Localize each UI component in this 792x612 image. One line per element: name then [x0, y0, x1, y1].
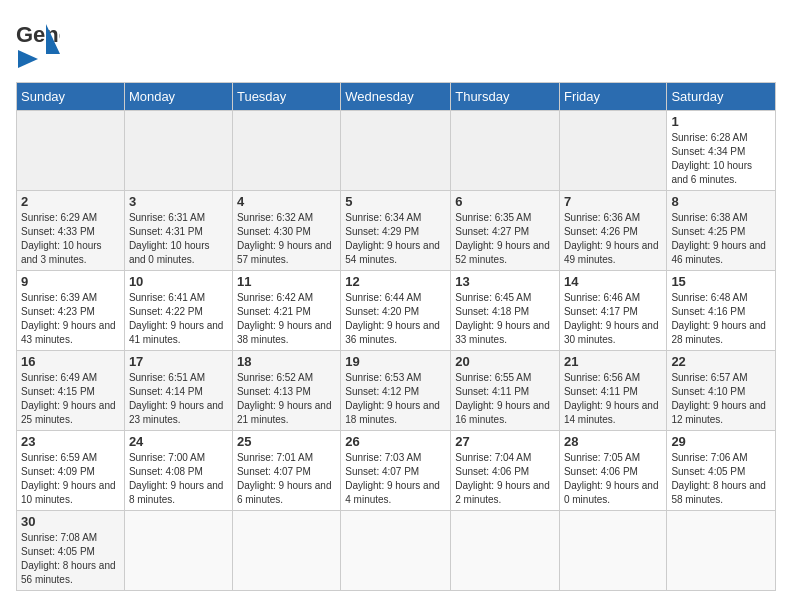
day-number: 20 [455, 354, 555, 369]
logo-icon: General [16, 16, 60, 54]
calendar-cell: 4Sunrise: 6:32 AM Sunset: 4:30 PM Daylig… [232, 191, 340, 271]
day-info: Sunrise: 6:52 AM Sunset: 4:13 PM Dayligh… [237, 371, 336, 427]
logo-triangle-icon [18, 50, 38, 68]
calendar-cell: 15Sunrise: 6:48 AM Sunset: 4:16 PM Dayli… [667, 271, 776, 351]
calendar-cell: 28Sunrise: 7:05 AM Sunset: 4:06 PM Dayli… [559, 431, 666, 511]
day-number: 27 [455, 434, 555, 449]
day-info: Sunrise: 6:39 AM Sunset: 4:23 PM Dayligh… [21, 291, 120, 347]
day-info: Sunrise: 6:44 AM Sunset: 4:20 PM Dayligh… [345, 291, 446, 347]
calendar-cell: 7Sunrise: 6:36 AM Sunset: 4:26 PM Daylig… [559, 191, 666, 271]
calendar-week-row: 16Sunrise: 6:49 AM Sunset: 4:15 PM Dayli… [17, 351, 776, 431]
day-number: 25 [237, 434, 336, 449]
day-info: Sunrise: 6:42 AM Sunset: 4:21 PM Dayligh… [237, 291, 336, 347]
calendar-cell [451, 111, 560, 191]
weekday-header: Saturday [667, 83, 776, 111]
calendar-cell [124, 111, 232, 191]
day-number: 24 [129, 434, 228, 449]
day-number: 8 [671, 194, 771, 209]
logo-text [16, 50, 38, 72]
header: General [16, 16, 776, 72]
day-info: Sunrise: 7:06 AM Sunset: 4:05 PM Dayligh… [671, 451, 771, 507]
day-number: 7 [564, 194, 662, 209]
calendar-cell: 26Sunrise: 7:03 AM Sunset: 4:07 PM Dayli… [341, 431, 451, 511]
calendar-table: SundayMondayTuesdayWednesdayThursdayFrid… [16, 82, 776, 591]
day-info: Sunrise: 6:32 AM Sunset: 4:30 PM Dayligh… [237, 211, 336, 267]
calendar-cell: 25Sunrise: 7:01 AM Sunset: 4:07 PM Dayli… [232, 431, 340, 511]
calendar-cell: 5Sunrise: 6:34 AM Sunset: 4:29 PM Daylig… [341, 191, 451, 271]
calendar-cell: 8Sunrise: 6:38 AM Sunset: 4:25 PM Daylig… [667, 191, 776, 271]
calendar-week-row: 23Sunrise: 6:59 AM Sunset: 4:09 PM Dayli… [17, 431, 776, 511]
calendar-cell: 12Sunrise: 6:44 AM Sunset: 4:20 PM Dayli… [341, 271, 451, 351]
day-info: Sunrise: 6:49 AM Sunset: 4:15 PM Dayligh… [21, 371, 120, 427]
calendar-cell: 22Sunrise: 6:57 AM Sunset: 4:10 PM Dayli… [667, 351, 776, 431]
day-info: Sunrise: 7:04 AM Sunset: 4:06 PM Dayligh… [455, 451, 555, 507]
calendar-cell: 20Sunrise: 6:55 AM Sunset: 4:11 PM Dayli… [451, 351, 560, 431]
day-info: Sunrise: 6:55 AM Sunset: 4:11 PM Dayligh… [455, 371, 555, 427]
day-info: Sunrise: 6:36 AM Sunset: 4:26 PM Dayligh… [564, 211, 662, 267]
weekday-header: Tuesday [232, 83, 340, 111]
calendar-cell: 11Sunrise: 6:42 AM Sunset: 4:21 PM Dayli… [232, 271, 340, 351]
logo-wrapper: General [16, 16, 60, 54]
calendar-cell [341, 511, 451, 591]
day-number: 1 [671, 114, 771, 129]
calendar-cell: 23Sunrise: 6:59 AM Sunset: 4:09 PM Dayli… [17, 431, 125, 511]
calendar-header-row: SundayMondayTuesdayWednesdayThursdayFrid… [17, 83, 776, 111]
calendar-cell: 2Sunrise: 6:29 AM Sunset: 4:33 PM Daylig… [17, 191, 125, 271]
calendar-week-row: 9Sunrise: 6:39 AM Sunset: 4:23 PM Daylig… [17, 271, 776, 351]
svg-marker-2 [18, 50, 38, 68]
day-info: Sunrise: 6:28 AM Sunset: 4:34 PM Dayligh… [671, 131, 771, 187]
day-number: 17 [129, 354, 228, 369]
day-number: 29 [671, 434, 771, 449]
day-number: 30 [21, 514, 120, 529]
calendar-cell: 27Sunrise: 7:04 AM Sunset: 4:06 PM Dayli… [451, 431, 560, 511]
calendar-cell [559, 111, 666, 191]
calendar-cell: 24Sunrise: 7:00 AM Sunset: 4:08 PM Dayli… [124, 431, 232, 511]
day-number: 11 [237, 274, 336, 289]
day-info: Sunrise: 6:56 AM Sunset: 4:11 PM Dayligh… [564, 371, 662, 427]
day-info: Sunrise: 6:34 AM Sunset: 4:29 PM Dayligh… [345, 211, 446, 267]
calendar-cell [232, 511, 340, 591]
calendar-cell: 14Sunrise: 6:46 AM Sunset: 4:17 PM Dayli… [559, 271, 666, 351]
calendar-cell [451, 511, 560, 591]
day-number: 26 [345, 434, 446, 449]
weekday-header: Sunday [17, 83, 125, 111]
day-info: Sunrise: 7:00 AM Sunset: 4:08 PM Dayligh… [129, 451, 228, 507]
day-number: 23 [21, 434, 120, 449]
calendar-week-row: 2Sunrise: 6:29 AM Sunset: 4:33 PM Daylig… [17, 191, 776, 271]
day-number: 9 [21, 274, 120, 289]
calendar-cell [17, 111, 125, 191]
calendar-cell: 10Sunrise: 6:41 AM Sunset: 4:22 PM Dayli… [124, 271, 232, 351]
calendar-cell: 3Sunrise: 6:31 AM Sunset: 4:31 PM Daylig… [124, 191, 232, 271]
day-info: Sunrise: 6:45 AM Sunset: 4:18 PM Dayligh… [455, 291, 555, 347]
day-number: 16 [21, 354, 120, 369]
day-info: Sunrise: 7:05 AM Sunset: 4:06 PM Dayligh… [564, 451, 662, 507]
calendar-cell: 21Sunrise: 6:56 AM Sunset: 4:11 PM Dayli… [559, 351, 666, 431]
weekday-header: Friday [559, 83, 666, 111]
calendar-week-row: 1Sunrise: 6:28 AM Sunset: 4:34 PM Daylig… [17, 111, 776, 191]
calendar-cell: 18Sunrise: 6:52 AM Sunset: 4:13 PM Dayli… [232, 351, 340, 431]
day-number: 15 [671, 274, 771, 289]
day-info: Sunrise: 6:41 AM Sunset: 4:22 PM Dayligh… [129, 291, 228, 347]
calendar-cell: 6Sunrise: 6:35 AM Sunset: 4:27 PM Daylig… [451, 191, 560, 271]
day-number: 14 [564, 274, 662, 289]
day-number: 13 [455, 274, 555, 289]
weekday-header: Wednesday [341, 83, 451, 111]
logo-area: General [16, 16, 60, 72]
day-number: 3 [129, 194, 228, 209]
day-info: Sunrise: 6:51 AM Sunset: 4:14 PM Dayligh… [129, 371, 228, 427]
calendar-cell: 29Sunrise: 7:06 AM Sunset: 4:05 PM Dayli… [667, 431, 776, 511]
day-info: Sunrise: 7:01 AM Sunset: 4:07 PM Dayligh… [237, 451, 336, 507]
day-info: Sunrise: 6:35 AM Sunset: 4:27 PM Dayligh… [455, 211, 555, 267]
day-number: 2 [21, 194, 120, 209]
day-info: Sunrise: 6:31 AM Sunset: 4:31 PM Dayligh… [129, 211, 228, 267]
weekday-header: Monday [124, 83, 232, 111]
calendar-cell [667, 511, 776, 591]
day-info: Sunrise: 6:59 AM Sunset: 4:09 PM Dayligh… [21, 451, 120, 507]
day-info: Sunrise: 6:29 AM Sunset: 4:33 PM Dayligh… [21, 211, 120, 267]
calendar-cell [232, 111, 340, 191]
calendar-cell: 9Sunrise: 6:39 AM Sunset: 4:23 PM Daylig… [17, 271, 125, 351]
day-number: 6 [455, 194, 555, 209]
calendar-week-row: 30Sunrise: 7:08 AM Sunset: 4:05 PM Dayli… [17, 511, 776, 591]
day-info: Sunrise: 6:53 AM Sunset: 4:12 PM Dayligh… [345, 371, 446, 427]
day-number: 10 [129, 274, 228, 289]
